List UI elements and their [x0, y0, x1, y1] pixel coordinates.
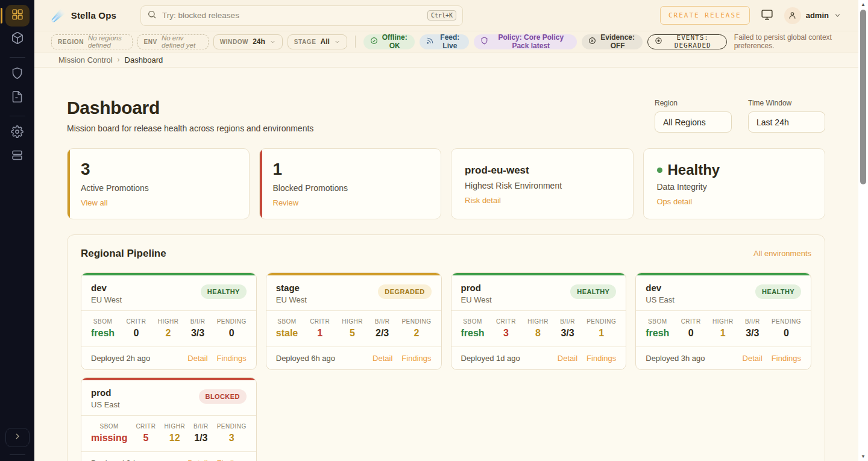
- circle-dot-icon: [655, 37, 662, 46]
- stat-value: 0: [217, 328, 247, 339]
- pipeline-card-dev-eu-west: dev EU West HEALTHY SBOMfresh CRITR0 HIG…: [81, 272, 257, 370]
- deployed-time: Deployed 3d ago: [91, 459, 150, 461]
- window-filter[interactable]: WINDOW 24h: [213, 34, 283, 49]
- chevron-separator-icon: ›: [118, 55, 120, 64]
- deployed-time: Deployed 1d ago: [461, 354, 520, 363]
- stat-value: 0: [126, 328, 146, 339]
- env-name: prod: [461, 283, 492, 293]
- create-release-button[interactable]: CREATE RELEASE: [660, 6, 750, 25]
- stat-value: fresh: [91, 328, 115, 339]
- deployed-time: Deployed 6h ago: [276, 354, 335, 363]
- breadcrumb-dashboard: Dashboard: [125, 55, 163, 64]
- stat-value: 1: [310, 328, 330, 339]
- sidebar-item-security[interactable]: [5, 63, 30, 85]
- highest-risk-label: Highest Risk Environment: [465, 181, 620, 190]
- stage-filter[interactable]: STAGE All: [288, 34, 347, 49]
- stat-value: stale: [276, 328, 298, 339]
- sidebar: [0, 0, 34, 461]
- global-search-input[interactable]: Try: blocked releases Ctrl+K: [140, 5, 463, 26]
- display-mode-button[interactable]: [761, 8, 773, 23]
- scroll-up-arrow-icon[interactable]: ▲: [858, 2, 868, 7]
- breadcrumb-mission-control[interactable]: Mission Control: [58, 55, 113, 64]
- detail-link[interactable]: Detail: [187, 354, 207, 363]
- sidebar-item-releases[interactable]: [5, 28, 30, 50]
- rss-icon: [426, 37, 434, 46]
- window-filter-value: 24h: [253, 37, 265, 46]
- stage-filter-value: All: [321, 37, 330, 46]
- scrollbar-thumb[interactable]: [860, 10, 866, 184]
- region-name: EU West: [276, 295, 307, 304]
- vertical-scrollbar[interactable]: ▲ ▼: [858, 0, 868, 461]
- sidebar-item-documents[interactable]: [5, 87, 30, 108]
- page-subtitle: Mission board for release health across …: [67, 124, 313, 133]
- env-filter[interactable]: ENV No env defined yet: [137, 34, 209, 49]
- feed-status-pill[interactable]: Feed: Live: [420, 34, 469, 49]
- offline-status-pill[interactable]: Offline: OK: [363, 34, 415, 49]
- sidebar-expand-button[interactable]: [5, 428, 30, 447]
- detail-link[interactable]: Detail: [187, 459, 207, 461]
- check-circle-icon: [370, 37, 378, 46]
- chevron-down-icon: [334, 39, 341, 45]
- region-select-label: Region: [655, 99, 732, 107]
- policy-status-pill[interactable]: Policy: Core Policy Pack latest: [474, 34, 577, 49]
- findings-link[interactable]: Findings: [217, 354, 247, 363]
- stat-header: B/I/R: [375, 318, 390, 325]
- time-window-select[interactable]: Last 24h: [748, 111, 825, 133]
- blocked-promotions-label: Blocked Promotions: [273, 183, 428, 193]
- region-select[interactable]: All Regions: [655, 111, 732, 133]
- region-name: EU West: [461, 295, 492, 304]
- sidebar-item-dashboard[interactable]: [5, 5, 30, 27]
- stat-value: fresh: [646, 328, 669, 339]
- stat-value: 3: [217, 433, 247, 444]
- stat-header: CRITR: [496, 318, 516, 325]
- user-menu[interactable]: admin: [784, 7, 841, 24]
- ops-detail-link[interactable]: Ops detail: [657, 197, 693, 206]
- offline-status-label: Offline: OK: [382, 33, 408, 50]
- findings-link[interactable]: Findings: [401, 354, 431, 363]
- user-name: admin: [806, 11, 829, 20]
- chevron-down-icon: [269, 39, 276, 45]
- stat-header: CRITR: [310, 318, 330, 325]
- evidence-status-pill[interactable]: Evidence: OFF: [582, 34, 643, 49]
- window-filter-label: WINDOW: [220, 39, 248, 45]
- grid-icon: [11, 8, 24, 24]
- region-filter[interactable]: REGION No regions defined: [51, 34, 133, 49]
- scroll-down-arrow-icon[interactable]: ▼: [858, 454, 868, 459]
- active-promotions-label: Active Promotions: [81, 183, 236, 193]
- stat-header: HIGHR: [158, 318, 179, 325]
- review-link[interactable]: Review: [273, 198, 299, 207]
- chevron-right-icon: [13, 431, 22, 444]
- stat-header: PENDING: [217, 423, 247, 430]
- stat-value: 5: [136, 433, 156, 444]
- summary-cards: 3 Active Promotions View all 1 Blocked P…: [67, 148, 825, 219]
- detail-link[interactable]: Detail: [743, 354, 763, 363]
- stat-header: HIGHR: [164, 423, 185, 430]
- main-content: Dashboard Mission board for release heal…: [34, 67, 858, 461]
- card-accent: [260, 149, 262, 219]
- stat-value: 12: [164, 433, 185, 444]
- events-status-pill[interactable]: EVENTS: DEGRADED: [647, 34, 727, 49]
- stat-header: CRITR: [126, 318, 146, 325]
- sidebar-item-infrastructure[interactable]: [5, 145, 30, 167]
- shield-icon: [480, 37, 488, 46]
- package-icon: [11, 31, 24, 47]
- highest-risk-card: prod-eu-west Highest Risk Environment Ri…: [451, 148, 634, 219]
- keyboard-shortcut-badge: Ctrl+K: [427, 10, 456, 20]
- sidebar-item-settings[interactable]: [5, 122, 30, 143]
- view-all-link[interactable]: View all: [81, 198, 108, 207]
- active-indicator: [1, 8, 2, 24]
- all-environments-link[interactable]: All environments: [753, 249, 811, 258]
- time-window-select-value: Last 24h: [756, 118, 789, 127]
- findings-link[interactable]: Findings: [587, 354, 616, 363]
- detail-link[interactable]: Detail: [373, 354, 392, 363]
- region-name: US East: [646, 295, 675, 304]
- risk-detail-link[interactable]: Risk detail: [465, 196, 501, 205]
- findings-link[interactable]: Findings: [217, 459, 247, 461]
- stat-header: PENDING: [401, 318, 431, 325]
- env-name: stage: [276, 283, 307, 293]
- status-badge: HEALTHY: [201, 284, 247, 299]
- detail-link[interactable]: Detail: [558, 354, 577, 363]
- stat-header: SBOM: [91, 318, 115, 325]
- data-integrity-text: Healthy: [668, 162, 720, 178]
- findings-link[interactable]: Findings: [772, 354, 801, 363]
